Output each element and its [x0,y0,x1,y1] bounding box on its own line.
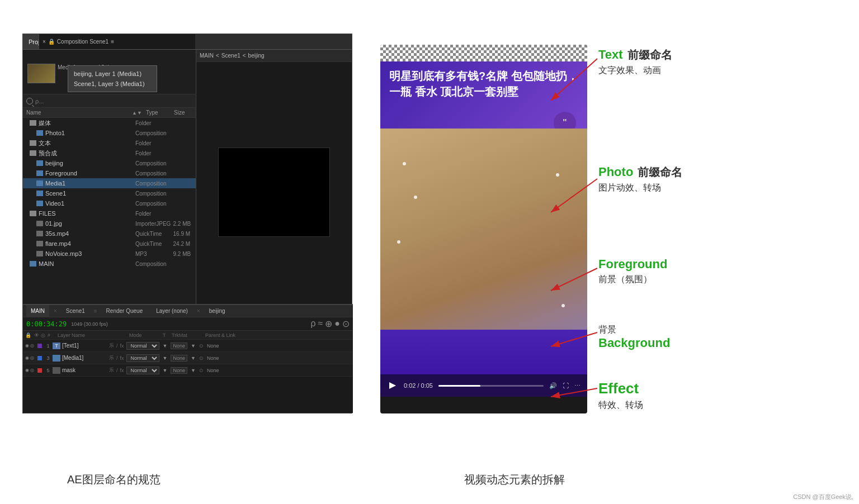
layer-solo[interactable]: ◎ [30,355,34,360]
file-icon [36,251,43,256]
file-name: MAIN [39,260,135,267]
file-item[interactable]: 文本 Folder [23,138,196,148]
sparkle-5 [561,304,565,307]
ae-panel: Project ≡ Effect Controls (none) × 🔒 Com… [22,34,352,413]
file-item[interactable]: 预合成 Folder [23,148,196,158]
file-list-header: Name ▲▼ Type Size [23,108,196,118]
file-item[interactable]: 01.jpg ImporterJPEG 2.2 MB [23,218,196,229]
file-item[interactable]: 35s.mp4 QuickTime 16.9 M [23,229,196,239]
tooltip-line1: beijing, Layer 1 (Media1) [74,69,151,79]
col-header-mode: Mode [129,332,163,338]
file-size: 24.2 M [173,241,196,247]
video-title-text: 明星到底有多有钱?名牌 包包随地扔，一瓶 香水 顶北京一套别墅 [389,68,578,99]
file-item[interactable]: beijing Composition [23,158,196,168]
file-item[interactable]: MAIN Composition [23,259,196,269]
comp-icon [36,191,43,196]
layer-slash: / [116,343,118,349]
video-preview: 明星到底有多有钱?名牌 包包随地扔，一瓶 香水 顶北京一套别墅 " [380,45,587,413]
layer-row[interactable]: ◉ ◎ 5 mask 乐 / fx Normal Multiply Screen… [23,364,353,377]
col-name-header: Name [23,110,135,116]
layer-row[interactable]: ◉ ◎ 3 [Media1] 乐 / fx Normal Multiply Sc… [23,352,353,364]
timeline-tab-beijing[interactable]: beijing [205,305,230,317]
play-button[interactable] [387,380,398,391]
file-item[interactable]: 媒体 Folder [23,118,196,128]
breadcrumb-beijing[interactable]: beijing [248,53,265,59]
layer-mode-section: Normal Multiply Screen ▼ None ▼ ⊙ None [126,342,266,350]
layer-visibility[interactable]: ◉ [25,343,29,348]
video-controls-bar: 0:02 / 0:05 🔊 ⛶ ⋯ [380,374,587,397]
timeline-control-2[interactable]: ⊕ [325,318,332,329]
more-icon[interactable]: ⋯ [574,382,580,389]
volume-icon[interactable]: 🔊 [549,382,557,389]
layer-mode-select[interactable]: Normal Multiply Screen [126,367,159,374]
video-checker [380,45,587,61]
layer-fx2: fx [120,343,124,349]
photo-cn-prefix: 前缀命名 [638,165,682,180]
layer-color [37,368,42,373]
layer-fx2: fx [120,355,124,361]
text-desc: 文字效果、动画 [598,65,672,77]
layer-visibility[interactable]: ◉ [25,368,29,373]
video-photo-area [380,129,587,330]
media-thumbnail [27,64,55,83]
photo-annotation: Photo 前缀命名 图片动效、转场 [598,165,682,194]
timeline-control-3[interactable]: ● [334,318,340,329]
comp-icon [36,160,43,166]
folder-icon [30,211,36,216]
file-item[interactable]: Video1 Composition [23,198,196,208]
effect-annotation: Effect 特效、转场 [598,380,643,411]
timeline-control-4[interactable]: ⊙ [342,318,350,329]
parent-icon: ⊙ [199,355,204,361]
layer-visibility[interactable]: ◉ [25,355,29,360]
breadcrumb-main[interactable]: MAIN [200,53,214,59]
trkmat-none: None [171,367,187,374]
breadcrumb-scene1[interactable]: Scene1 [221,53,240,59]
file-name: flare.mp4 [45,240,135,247]
layer-name-label: [Text1] [62,343,107,349]
effect-en-label: Effect [598,380,639,397]
timeline-header: MAIN × Scene1 ≡ Render Queue Layer (none… [23,305,353,317]
layer-mode-select[interactable]: Normal Multiply Screen [126,342,159,350]
layer-row[interactable]: ◉ ◎ 1 T [Text1] 乐 / fx Normal Multiply S… [23,340,353,352]
annotations-area: 明星到底有多有钱?名牌 包包随地扔，一瓶 香水 顶北京一套别墅 " [380,34,859,469]
layer-icon-text: T [53,343,60,349]
file-type: QuickTime [135,241,173,247]
timeline-tab-render[interactable]: Render Queue [102,305,148,317]
file-type: Composition [135,191,173,197]
timeline-tab-scene1[interactable]: Scene1 [62,305,89,317]
layer-name-label: mask [62,367,107,373]
layer-fx2: fx [120,368,124,373]
file-item[interactable]: Media1 Composition [23,178,196,188]
file-item[interactable]: Foreground Composition [23,168,196,178]
file-type: MP3 [135,251,173,257]
layer-name-label: [Media1] [62,355,107,361]
comp-icon [36,130,43,136]
layer-rows: ◉ ◎ 1 T [Text1] 乐 / fx Normal Multiply S… [23,340,353,377]
file-item[interactable]: NoVoice.mp3 MP3 9.2 MB [23,249,196,259]
ae-topbar: Project ≡ Effect Controls (none) × 🔒 Com… [23,34,352,50]
search-input[interactable] [35,98,192,104]
layer-solo[interactable]: ◎ [30,368,34,373]
video-time: 0:02 / 0:05 [404,382,433,389]
layer-solo[interactable]: ◎ [30,343,34,348]
comp-tab-label: Composition Scene1 [57,39,108,45]
timeline-tab-layer[interactable]: Layer (none) [152,305,192,317]
file-name: Foreground [45,170,135,177]
timeline-control-1[interactable]: ≈ [318,318,323,329]
file-item[interactable]: Photo1 Composition [23,128,196,138]
search-bar [23,94,196,108]
trkmat-none: None [171,343,187,349]
file-type: Folder [135,211,173,217]
file-type: QuickTime [135,231,173,237]
file-type: Composition [135,261,173,267]
col-header-parent: Parent & Link [205,332,235,338]
layer-mode-select[interactable]: Normal Multiply Screen [126,354,159,362]
file-item[interactable]: FILES Folder [23,208,196,218]
file-item[interactable]: Scene1 Composition [23,188,196,198]
progress-bar[interactable] [438,385,544,387]
effect-desc: 特效、转场 [598,400,643,411]
file-item[interactable]: flare.mp4 QuickTime 24.2 M [23,239,196,249]
folder-icon [30,120,36,126]
fullscreen-icon[interactable]: ⛶ [563,382,569,389]
timeline-tab-main[interactable]: MAIN [26,305,49,317]
